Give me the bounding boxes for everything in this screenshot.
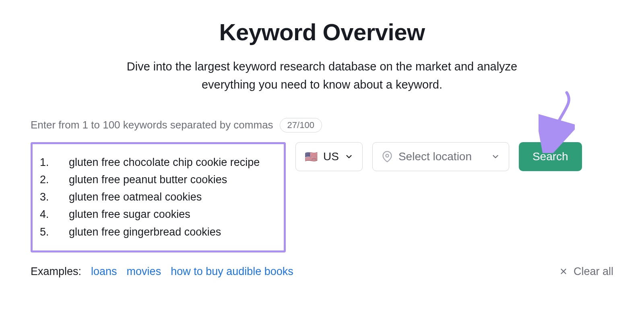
keyword-item-text: gluten free sugar cookies [69,206,274,223]
country-label: US [323,150,339,163]
examples-row: Examples: loans movies how to buy audibl… [31,265,293,278]
keyword-counter-badge: 27/100 [280,118,322,132]
keyword-item: 1.gluten free chocolate chip cookie reci… [40,154,274,171]
location-pin-icon [382,151,393,162]
example-link-audible[interactable]: how to buy audible books [171,265,293,278]
page-subtitle: Dive into the largest keyword research d… [121,58,523,94]
keyword-item-number: 2. [40,171,58,188]
keyword-item: 5.gluten free gingerbread cookies [40,223,274,241]
search-button[interactable]: Search [519,142,582,171]
page-title: Keyword Overview [31,19,613,46]
keyword-item-number: 1. [40,154,58,171]
chevron-down-icon [491,152,500,161]
us-flag-icon: 🇺🇸 [305,151,318,162]
location-select[interactable]: Select location [372,142,509,171]
keyword-item-number: 5. [40,223,58,241]
keyword-item-text: gluten free gingerbread cookies [69,223,274,241]
keyword-item: 3.gluten free oatmeal cookies [40,188,274,206]
keyword-item: 4.gluten free sugar cookies [40,206,274,223]
keyword-input-box[interactable]: 1.gluten free chocolate chip cookie reci… [31,142,286,252]
keyword-item-text: gluten free peanut butter cookies [69,171,274,188]
chevron-down-icon [345,152,353,161]
examples-label: Examples: [31,265,81,278]
keyword-item: 2.gluten free peanut butter cookies [40,171,274,188]
clear-all-button[interactable]: Clear all [559,265,613,278]
example-link-loans[interactable]: loans [91,265,117,278]
example-link-movies[interactable]: movies [127,265,161,278]
keyword-item-text: gluten free chocolate chip cookie recipe [69,154,274,171]
keyword-item-number: 3. [40,188,58,206]
close-icon [559,267,568,276]
country-select[interactable]: 🇺🇸 US [295,142,363,171]
keyword-item-text: gluten free oatmeal cookies [69,188,274,206]
clear-all-label: Clear all [574,265,613,278]
keyword-input-label: Enter from 1 to 100 keywords separated b… [31,119,273,131]
svg-point-0 [386,154,388,157]
keyword-item-number: 4. [40,206,58,223]
location-placeholder: Select location [398,150,472,163]
